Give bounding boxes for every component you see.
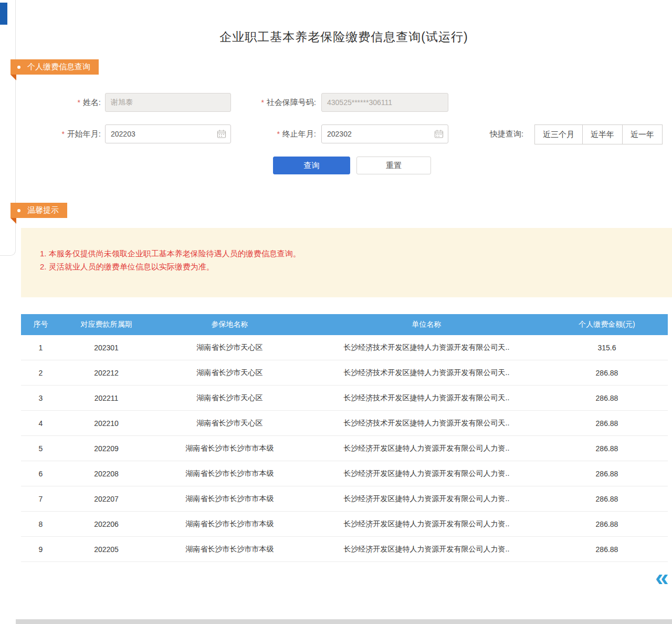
table-cell: 2 [21, 360, 60, 386]
table-cell: 湖南省长沙市天心区 [152, 335, 307, 360]
start-month-label: *开始年月: [33, 129, 101, 139]
start-month-field [105, 124, 231, 143]
section-badge-tips: 温馨提示 [10, 203, 67, 218]
column-header: 参保地名称 [152, 314, 307, 335]
collapse-chevron-icon[interactable]: « [655, 565, 669, 589]
table-cell: 7 [21, 486, 60, 512]
table-cell: 湖南省长沙市天心区 [152, 411, 307, 436]
required-mark: * [61, 130, 64, 138]
table-cell: 9 [21, 537, 60, 562]
label-text: 开始年月: [67, 129, 101, 138]
notice-lines: 1. 本服务仅提供尚未领取企业职工基本养老保险待遇人员的缴费信息查询。2. 灵活… [40, 247, 662, 273]
page-title: 企业职工基本养老保险缴费信息查询(试运行) [16, 29, 672, 45]
table-row: 2202212湖南省长沙市天心区长沙经济技术开发区捷特人力资源开发有限公司天..… [21, 360, 668, 386]
required-mark: * [77, 98, 80, 107]
table-cell: 长沙经济技术开发区捷特人力资源开发有限公司天.. [307, 411, 546, 436]
table-cell: 202210 [60, 411, 152, 436]
bullet-icon [17, 209, 20, 212]
table-cell: 286.88 [546, 411, 668, 436]
table-cell: 286.88 [546, 386, 668, 411]
section-badge-label: 个人缴费信息查询 [27, 62, 90, 72]
column-header: 序号 [21, 314, 60, 335]
table-cell: 286.88 [546, 360, 668, 386]
table-cell: 湖南省长沙市长沙市市本级 [152, 461, 307, 486]
page: 企业职工基本养老保险缴费信息查询(试运行) 个人缴费信息查询 *姓名: *社会保… [0, 0, 672, 624]
table-cell: 202205 [60, 537, 152, 562]
query-button[interactable]: 查询 [273, 157, 350, 174]
quick-range-button[interactable]: 近一年 [622, 124, 663, 144]
table-cell: 286.88 [546, 537, 668, 562]
table-cell: 长沙经济开发区捷特人力资源开发有限公司人力资.. [307, 537, 546, 562]
table-cell: 202212 [60, 360, 152, 386]
table-cell: 286.88 [546, 461, 668, 486]
table-cell: 湖南省长沙市长沙市市本级 [152, 486, 307, 512]
table-cell: 202207 [60, 486, 152, 512]
quick-query-group: 近三个月近半年近一年 [534, 124, 663, 144]
notice-line: 2. 灵活就业人员的缴费单位信息以实际缴费为准。 [40, 260, 662, 273]
table-row: 6202208湖南省长沙市长沙市市本级长沙经济开发区捷特人力资源开发有限公司人力… [21, 461, 668, 486]
table-cell: 286.88 [546, 512, 668, 537]
end-month-field [321, 124, 448, 143]
required-mark: * [261, 98, 264, 107]
column-header: 个人缴费金额(元) [546, 314, 668, 335]
table-cell: 4 [21, 411, 60, 436]
table-row: 9202205湖南省长沙市长沙市市本级长沙经济开发区捷特人力资源开发有限公司人力… [21, 537, 668, 562]
table-body: 1202301湖南省长沙市天心区长沙经济技术开发区捷特人力资源开发有限公司天..… [21, 335, 668, 562]
label-text: 社会保障号码: [267, 98, 316, 107]
calendar-icon[interactable] [434, 129, 444, 141]
start-month-input[interactable] [105, 124, 231, 143]
table-row: 5202209湖南省长沙市长沙市市本级长沙经济开发区捷特人力资源开发有限公司人力… [21, 436, 668, 461]
table-cell: 286.88 [546, 436, 668, 461]
table-cell: 湖南省长沙市长沙市市本级 [152, 436, 307, 461]
table-cell: 长沙经济开发区捷特人力资源开发有限公司人力资.. [307, 436, 546, 461]
section-badge-label: 温馨提示 [27, 205, 59, 215]
end-month-label: *终止年月: [248, 129, 316, 139]
table-cell: 长沙经济开发区捷特人力资源开发有限公司人力资.. [307, 461, 546, 486]
table-cell: 202206 [60, 512, 152, 537]
table-cell: 5 [21, 436, 60, 461]
table-cell: 长沙经济开发区捷特人力资源开发有限公司人力资.. [307, 486, 546, 512]
table-cell: 1 [21, 335, 60, 360]
badge-fold-decoration [10, 218, 16, 224]
quick-range-button[interactable]: 近半年 [582, 124, 623, 144]
table-row: 7202207湖南省长沙市长沙市市本级长沙经济开发区捷特人力资源开发有限公司人力… [21, 486, 668, 512]
reset-button[interactable]: 重置 [356, 157, 431, 174]
end-month-input[interactable] [321, 124, 448, 143]
table-row: 1202301湖南省长沙市天心区长沙经济技术开发区捷特人力资源开发有限公司天..… [21, 335, 668, 360]
ssn-field-label: *社会保障号码: [236, 98, 316, 108]
column-header: 单位名称 [307, 314, 546, 335]
ssn-input[interactable] [321, 93, 448, 112]
table-cell: 202211 [60, 386, 152, 411]
quick-query-label: 快捷查询: [490, 129, 523, 139]
required-mark: * [277, 130, 279, 138]
table-cell: 315.6 [546, 335, 668, 360]
notice-line: 1. 本服务仅提供尚未领取企业职工基本养老保险待遇人员的缴费信息查询。 [40, 247, 662, 260]
label-text: 姓名: [83, 98, 101, 107]
section-badge-personal-query: 个人缴费信息查询 [10, 59, 99, 75]
table-cell: 3 [21, 386, 60, 411]
bottom-scroll-strip [16, 619, 672, 624]
table-row: 3202211湖南省长沙市天心区长沙经济技术开发区捷特人力资源开发有限公司天..… [21, 386, 668, 411]
table-cell: 长沙经济技术开发区捷特人力资源开发有限公司天.. [307, 335, 546, 360]
table-cell: 湖南省长沙市长沙市市本级 [152, 512, 307, 537]
table-cell: 湖南省长沙市天心区 [152, 386, 307, 411]
table-cell: 202209 [60, 436, 152, 461]
sidebar-active-marker [0, 3, 7, 25]
calendar-icon[interactable] [217, 129, 226, 141]
table-cell: 286.88 [546, 486, 668, 512]
table-cell: 湖南省长沙市长沙市市本级 [152, 537, 307, 562]
badge-fold-decoration [10, 75, 16, 80]
table-cell: 202208 [60, 461, 152, 486]
name-field-label: *姓名: [42, 98, 101, 108]
quick-range-button[interactable]: 近三个月 [534, 124, 583, 144]
results-table: 序号对应费款所属期参保地名称单位名称个人缴费金额(元) 1202301湖南省长沙… [21, 314, 668, 562]
table-row: 8202206湖南省长沙市长沙市市本级长沙经济开发区捷特人力资源开发有限公司人力… [21, 512, 668, 537]
table-cell: 6 [21, 461, 60, 486]
table-cell: 长沙经济开发区捷特人力资源开发有限公司人力资.. [307, 512, 546, 537]
label-text: 终止年月: [282, 129, 316, 138]
name-input[interactable] [105, 93, 231, 112]
table-cell: 8 [21, 512, 60, 537]
bullet-icon [17, 66, 20, 69]
table-row: 4202210湖南省长沙市天心区长沙经济技术开发区捷特人力资源开发有限公司天..… [21, 411, 668, 436]
table-cell: 202301 [60, 335, 152, 360]
